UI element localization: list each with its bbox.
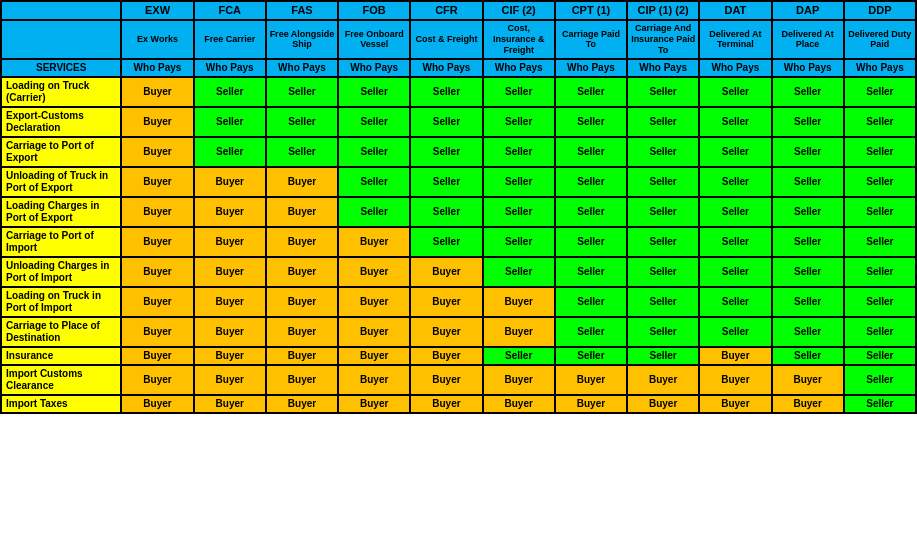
cell-r8-c4: Buyer [410,317,482,347]
cell-r9-c2: Buyer [266,347,338,365]
table-row: Carriage to Port of ExportBuyerSellerSel… [1,137,916,167]
cell-r8-c9: Seller [772,317,844,347]
cell-r4-c5: Seller [483,197,555,227]
cell-r2-c3: Seller [338,137,410,167]
cell-r3-c3: Seller [338,167,410,197]
cell-r5-c6: Seller [555,227,627,257]
cell-r6-c10: Seller [844,257,916,287]
incoterm-code-CIF2: CIF (2) [483,1,555,20]
incoterm-desc-1: Free Carrier [194,20,266,58]
cell-r7-c3: Buyer [338,287,410,317]
service-label-5: Carriage to Port of Import [1,227,121,257]
cell-r0-c9: Seller [772,77,844,107]
cell-r0-c8: Seller [699,77,771,107]
cell-r6-c3: Buyer [338,257,410,287]
cell-r3-c9: Seller [772,167,844,197]
cell-r2-c9: Seller [772,137,844,167]
cell-r9-c7: Seller [627,347,699,365]
cell-r8-c5: Buyer [483,317,555,347]
who-pays-header-3: Who Pays [338,59,410,77]
table-row: Unloading Charges in Port of ImportBuyer… [1,257,916,287]
cell-r4-c3: Seller [338,197,410,227]
table-row: Carriage to Place of DestinationBuyerBuy… [1,317,916,347]
cell-r10-c2: Buyer [266,365,338,395]
cell-r11-c1: Buyer [194,395,266,413]
incoterm-code-FOB: FOB [338,1,410,20]
cell-r8-c0: Buyer [121,317,193,347]
table-row: Loading Charges in Port of ExportBuyerBu… [1,197,916,227]
cell-r6-c7: Seller [627,257,699,287]
table-row: Import Customs ClearanceBuyerBuyerBuyerB… [1,365,916,395]
cell-r6-c4: Buyer [410,257,482,287]
table-row: Unloading of Truck in Port of ExportBuye… [1,167,916,197]
cell-r0-c0: Buyer [121,77,193,107]
cell-r0-c4: Seller [410,77,482,107]
incoterm-code-CIP12: CIP (1) (2) [627,1,699,20]
cell-r4-c4: Seller [410,197,482,227]
cell-r6-c0: Buyer [121,257,193,287]
cell-r0-c3: Seller [338,77,410,107]
cell-r7-c8: Seller [699,287,771,317]
cell-r6-c9: Seller [772,257,844,287]
cell-r5-c7: Seller [627,227,699,257]
incoterm-desc-2: Free Alongside Ship [266,20,338,58]
cell-r5-c2: Buyer [266,227,338,257]
cell-r3-c5: Seller [483,167,555,197]
cell-r3-c10: Seller [844,167,916,197]
cell-r3-c1: Buyer [194,167,266,197]
who-pays-header-5: Who Pays [483,59,555,77]
cell-r1-c4: Seller [410,107,482,137]
incoterm-code-EXW: EXW [121,1,193,20]
service-label-11: Import Taxes [1,395,121,413]
cell-r1-c8: Seller [699,107,771,137]
cell-r10-c6: Buyer [555,365,627,395]
cell-r9-c6: Seller [555,347,627,365]
incoterm-desc-7: Carriage And Insurance Paid To [627,20,699,58]
cell-r3-c4: Seller [410,167,482,197]
cell-r10-c10: Seller [844,365,916,395]
cell-r9-c9: Seller [772,347,844,365]
cell-r11-c3: Buyer [338,395,410,413]
incoterm-desc-4: Cost & Freight [410,20,482,58]
incoterm-code-CFR: CFR [410,1,482,20]
table-row: Import TaxesBuyerBuyerBuyerBuyerBuyerBuy… [1,395,916,413]
cell-r0-c5: Seller [483,77,555,107]
service-label-7: Loading on Truck in Port of Import [1,287,121,317]
cell-r5-c10: Seller [844,227,916,257]
cell-r1-c2: Seller [266,107,338,137]
cell-r8-c3: Buyer [338,317,410,347]
service-label-4: Loading Charges in Port of Export [1,197,121,227]
cell-r4-c10: Seller [844,197,916,227]
cell-r0-c2: Seller [266,77,338,107]
cell-r11-c0: Buyer [121,395,193,413]
who-pays-header-9: Who Pays [772,59,844,77]
cell-r1-c6: Seller [555,107,627,137]
cell-r4-c0: Buyer [121,197,193,227]
cell-r7-c6: Seller [555,287,627,317]
cell-r11-c5: Buyer [483,395,555,413]
cell-r7-c0: Buyer [121,287,193,317]
cell-r8-c2: Buyer [266,317,338,347]
cell-r10-c9: Buyer [772,365,844,395]
cell-r11-c10: Seller [844,395,916,413]
cell-r9-c5: Seller [483,347,555,365]
cell-r4-c7: Seller [627,197,699,227]
cell-r5-c8: Seller [699,227,771,257]
cell-r7-c1: Buyer [194,287,266,317]
cell-r7-c10: Seller [844,287,916,317]
cell-r10-c4: Buyer [410,365,482,395]
cell-r4-c8: Seller [699,197,771,227]
cell-r7-c4: Buyer [410,287,482,317]
cell-r3-c0: Buyer [121,167,193,197]
cell-r1-c10: Seller [844,107,916,137]
cell-r7-c9: Seller [772,287,844,317]
cell-r2-c1: Seller [194,137,266,167]
cell-r5-c0: Buyer [121,227,193,257]
incoterm-desc-0: Ex Works [121,20,193,58]
service-label-10: Import Customs Clearance [1,365,121,395]
cell-r0-c10: Seller [844,77,916,107]
cell-r1-c0: Buyer [121,107,193,137]
cell-r9-c3: Buyer [338,347,410,365]
cell-r11-c7: Buyer [627,395,699,413]
table-row: Export-Customs DeclarationBuyerSellerSel… [1,107,916,137]
